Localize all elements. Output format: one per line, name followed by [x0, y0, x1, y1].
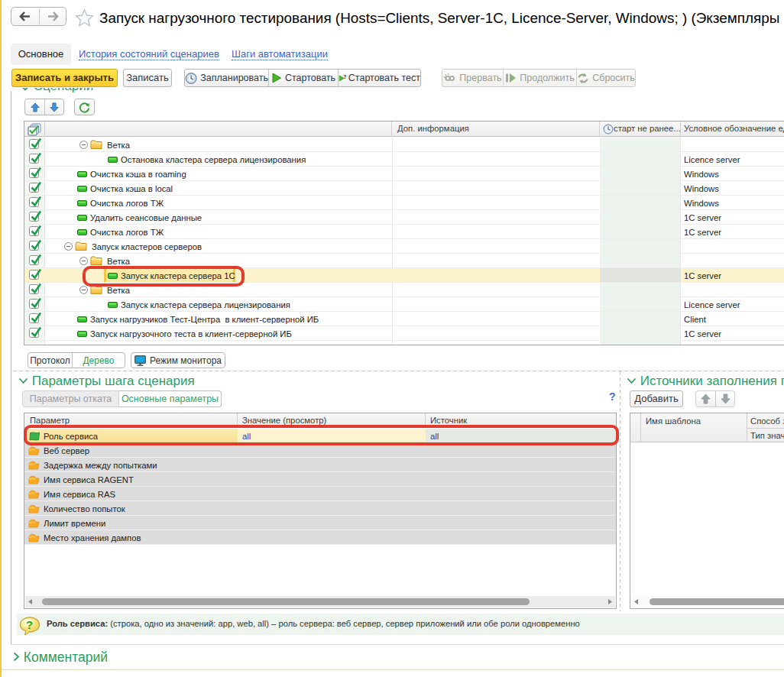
svg-text:?: ? [344, 74, 347, 79]
svg-text:?: ? [26, 618, 33, 631]
